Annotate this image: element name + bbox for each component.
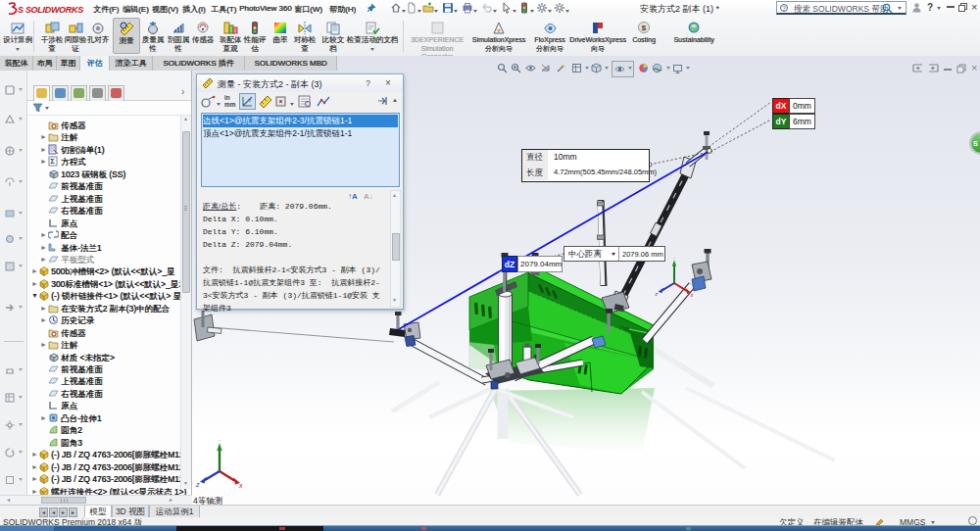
svg-text:S: S [973, 140, 978, 147]
svg-text:z: z [654, 291, 658, 297]
svg-text:x: x [238, 482, 243, 489]
svg-text:x: x [689, 292, 694, 298]
svg-text:S SOLIDWORKS: S SOLIDWORKS [18, 5, 83, 15]
svg-text:$: $ [641, 24, 646, 32]
svg-text:..: .. [673, 255, 676, 260]
svg-text:..: .. [219, 436, 222, 442]
svg-text:z: z [195, 481, 200, 488]
svg-text:Σ: Σ [50, 158, 55, 165]
